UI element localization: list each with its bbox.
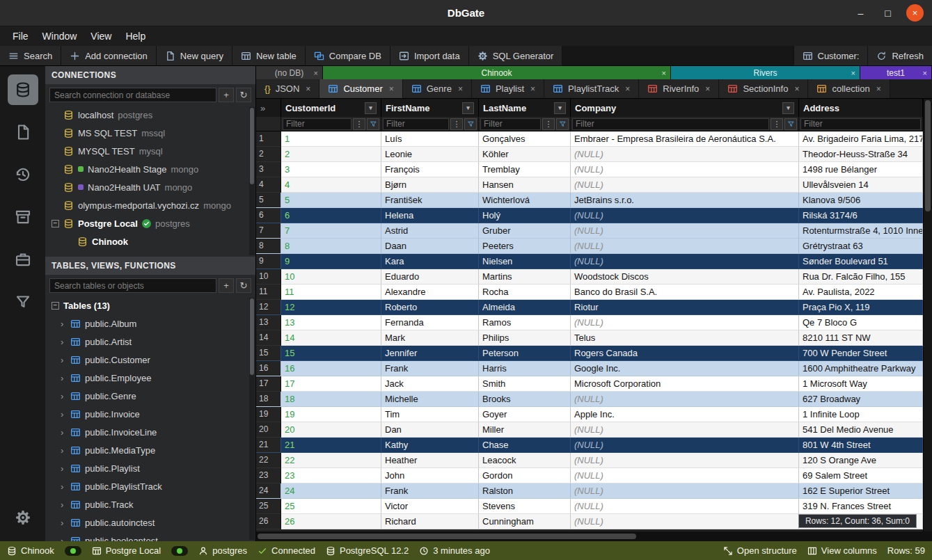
cell-lastname[interactable]: Martins — [479, 269, 571, 285]
cell-customerid[interactable]: 24 — [281, 483, 381, 499]
cell-company[interactable]: (NULL) — [571, 499, 799, 514]
connection-item-nano2health-stage[interactable]: Nano2Health Stagemongo — [45, 160, 255, 178]
cell-firstname[interactable]: Leonie — [381, 147, 479, 162]
row-number[interactable]: 20 — [256, 422, 281, 438]
cell-lastname[interactable]: Peeters — [479, 239, 571, 254]
cell-address[interactable]: 1 Infinite Loop — [799, 407, 923, 422]
row-number[interactable]: 19 — [256, 407, 281, 422]
cell-address[interactable]: 700 W Pender Street — [799, 346, 923, 361]
connection-item-ms-sql-test[interactable]: MS SQL TESTmssql — [45, 124, 255, 142]
filter-menu-button[interactable]: ⋮ — [542, 118, 555, 130]
tab-close-icon[interactable]: × — [794, 84, 799, 94]
tab-close-icon[interactable]: × — [662, 69, 666, 77]
cell-company[interactable]: Apple Inc. — [571, 407, 799, 422]
row-number[interactable]: 22 — [256, 453, 281, 468]
cell-lastname[interactable]: Stevens — [479, 499, 571, 514]
maximize-button[interactable]: □ — [879, 4, 897, 22]
cell-company[interactable]: (NULL) — [571, 208, 799, 223]
cell-firstname[interactable]: Helena — [381, 208, 479, 223]
connection-item-chinook[interactable]: Chinook — [45, 232, 255, 250]
cell-company[interactable]: Banco do Brasil S.A. — [571, 285, 799, 300]
table-item-public-customer[interactable]: ›public.Customer — [45, 351, 255, 369]
cell-customerid[interactable]: 26 — [281, 514, 381, 529]
cell-company[interactable]: Woodstock Discos — [571, 269, 799, 285]
table-item-public-album[interactable]: ›public.Album — [45, 314, 255, 333]
column-header-customerid[interactable]: CustomerId▾ — [281, 99, 381, 117]
cell-firstname[interactable]: Daan — [381, 239, 479, 254]
tab-close-icon[interactable]: × — [625, 84, 630, 94]
cell-address[interactable]: 1600 Amphitheatre Parkway — [799, 361, 923, 376]
cell-lastname[interactable]: Ramos — [479, 315, 571, 330]
connection-item-nano2health-uat[interactable]: Nano2Health UATmongo — [45, 178, 255, 196]
cell-lastname[interactable]: Chase — [479, 438, 571, 453]
cell-customerid[interactable]: 2 — [281, 147, 381, 162]
database-tab-chinook[interactable]: Chinook× — [323, 66, 671, 79]
status-view-columns[interactable]: View columns — [807, 545, 877, 556]
cell-company[interactable]: (NULL) — [571, 239, 799, 254]
horizontal-scrollbar-thumb[interactable] — [258, 534, 636, 539]
column-header-lastname[interactable]: LastName▾ — [479, 99, 571, 117]
filter-funnel-button[interactable] — [464, 118, 477, 130]
cell-firstname[interactable]: Mark — [381, 330, 479, 346]
cell-address[interactable]: 69 Salem Street — [799, 468, 923, 483]
tables-scrollbar[interactable] — [249, 298, 255, 540]
cell-firstname[interactable]: Heather — [381, 453, 479, 468]
database-tab-no-db[interactable]: (no DB)× — [256, 66, 323, 79]
filter-menu-button[interactable]: ⋮ — [450, 118, 463, 130]
cell-company[interactable]: Embraer - Empresa Brasileira de Aeronáut… — [571, 131, 799, 147]
cell-firstname[interactable]: Bjørn — [381, 177, 479, 193]
row-number[interactable]: 21 — [256, 438, 281, 453]
cell-address[interactable]: 801 W 4th Street — [799, 438, 923, 453]
tab-close-icon[interactable]: × — [851, 69, 855, 77]
cell-customerid[interactable]: 11 — [281, 285, 381, 300]
cell-company[interactable]: Rogers Canada — [571, 346, 799, 361]
cell-firstname[interactable]: Frank — [381, 361, 479, 376]
cell-firstname[interactable]: Victor — [381, 499, 479, 514]
close-button[interactable]: × — [906, 4, 924, 22]
cell-lastname[interactable]: Almeida — [479, 300, 571, 315]
row-number[interactable]: 8 — [256, 239, 281, 254]
toolbar-button-sql-generator[interactable]: SQL Generator — [469, 46, 563, 65]
cell-company[interactable]: (NULL) — [571, 483, 799, 499]
cell-lastname[interactable]: Wichterlová — [479, 193, 571, 208]
grid-corner[interactable]: » — [256, 99, 281, 117]
table-item-public-artist[interactable]: ›public.Artist — [45, 333, 255, 351]
connection-item-mysql-test[interactable]: MYSQL TESTmysql — [45, 142, 255, 160]
status-3-minutes-ago[interactable]: 3 minutes ago — [419, 545, 490, 556]
cell-address[interactable]: Klanova 9/506 — [799, 193, 923, 208]
cell-lastname[interactable]: Goyer — [479, 407, 571, 422]
table-item-public-booleantest[interactable]: ›public.booleantest — [45, 531, 255, 541]
menu-item-file[interactable]: File — [6, 28, 35, 45]
add-connection-plus-button[interactable]: + — [219, 88, 234, 102]
activity-item-history[interactable] — [8, 159, 38, 190]
cell-address[interactable]: Theodor-Heuss-Straße 34 — [799, 147, 923, 162]
tab-customer[interactable]: Customer× — [319, 79, 402, 98]
toolbar-button-new-query[interactable]: New query — [157, 46, 232, 65]
activity-item-briefcase[interactable] — [8, 244, 38, 275]
tab-close-icon[interactable]: × — [876, 84, 881, 94]
row-number[interactable]: 24 — [256, 483, 281, 499]
toolbar-button-new-table[interactable]: New table — [232, 46, 306, 65]
menu-item-window[interactable]: Window — [35, 28, 84, 45]
cell-address[interactable]: 627 Broadway — [799, 392, 923, 407]
tables-search-input[interactable] — [49, 278, 216, 293]
cell-lastname[interactable]: Gordon — [479, 468, 571, 483]
cell-lastname[interactable]: Smith — [479, 376, 571, 392]
status-connected[interactable]: Connected — [258, 545, 315, 556]
cell-firstname[interactable]: Jack — [381, 376, 479, 392]
collapse-expander-icon[interactable]: − — [52, 220, 59, 227]
table-item-public-playlist[interactable]: ›public.Playlist — [45, 459, 255, 477]
tab-close-icon[interactable]: × — [705, 84, 710, 94]
cell-customerid[interactable]: 25 — [281, 499, 381, 514]
tab-genre[interactable]: Genre× — [403, 79, 472, 98]
cell-firstname[interactable]: Luís — [381, 131, 479, 147]
activity-item-settings[interactable] — [8, 502, 38, 533]
table-item-public-track[interactable]: ›public.Track — [45, 495, 255, 513]
tab-riverinfo[interactable]: RiverInfo× — [639, 79, 719, 98]
connection-item-localhost[interactable]: localhostpostgres — [45, 106, 255, 124]
cell-customerid[interactable]: 13 — [281, 315, 381, 330]
refresh-connections-button[interactable]: ↻ — [236, 88, 251, 102]
status-open-structure[interactable]: Open structure — [723, 545, 797, 556]
cell-company[interactable]: (NULL) — [571, 468, 799, 483]
tab-playlist[interactable]: Playlist× — [472, 79, 544, 98]
